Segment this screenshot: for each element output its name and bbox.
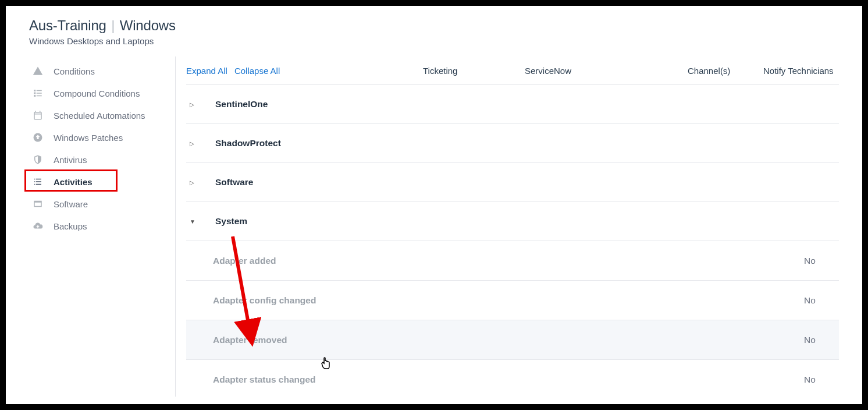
toolbar: Expand All Collapse All Ticketing Servic… (186, 56, 839, 84)
title-divider: | (106, 17, 120, 33)
patch-up-icon (31, 132, 44, 143)
section-system[interactable]: ▼ System (186, 202, 839, 241)
calendar-icon (31, 110, 44, 121)
window-icon (31, 199, 44, 209)
expand-all-link[interactable]: Expand All (186, 66, 227, 76)
sidebar-item-label: Antivirus (54, 155, 87, 165)
page-title: Aus-Training | Windows (29, 17, 839, 34)
cloud-up-icon (31, 221, 44, 231)
activity-adapter-status-changed[interactable]: Adapter status changed No (186, 359, 839, 397)
sidebar-item-label: Compound Conditions (54, 89, 140, 98)
col-channels: Channel(s) (688, 66, 763, 76)
sidebar-item-label: Software (54, 199, 88, 209)
sidebar-item-label: Activities (54, 177, 93, 187)
sidebar-item-backups[interactable]: Backups (29, 215, 163, 237)
collapse-all-link[interactable]: Collapse All (234, 66, 280, 76)
sidebar-item-conditions[interactable]: Conditions (29, 60, 163, 82)
sidebar: Conditions Compound Conditions Scheduled… (29, 56, 176, 397)
warning-triangle-icon (31, 66, 44, 76)
caret-right-icon: ▷ (190, 140, 215, 147)
section-name: System (215, 216, 247, 227)
sidebar-item-software[interactable]: Software (29, 193, 163, 215)
activity-notify-value: No (775, 295, 839, 306)
sidebar-item-label: Windows Patches (54, 133, 123, 143)
sidebar-item-compound-conditions[interactable]: Compound Conditions (29, 82, 163, 104)
section-shadowprotect[interactable]: ▷ ShadowProtect (186, 123, 839, 162)
activity-name: Adapter config changed (190, 295, 775, 306)
sidebar-item-label: Scheduled Automations (54, 111, 145, 121)
activity-adapter-added[interactable]: Adapter added No (186, 241, 839, 280)
app-frame: Aus-Training | Windows Windows Desktops … (6, 6, 862, 404)
activity-adapter-config-changed[interactable]: Adapter config changed No (186, 280, 839, 320)
activity-notify-value: No (775, 256, 839, 266)
caret-right-icon: ▷ (190, 179, 215, 186)
sidebar-item-activities[interactable]: Activities (29, 171, 163, 193)
section-name: SentinelOne (215, 99, 268, 109)
column-headers: Ticketing ServiceNow Channel(s) Notify T… (423, 66, 839, 76)
sidebar-item-antivirus[interactable]: Antivirus (29, 149, 163, 171)
caret-right-icon: ▷ (190, 101, 215, 108)
title-left: Aus-Training (29, 17, 106, 33)
page-subtitle: Windows Desktops and Laptops (29, 36, 839, 46)
section-software[interactable]: ▷ Software (186, 162, 839, 202)
section-sentinelone[interactable]: ▷ SentinelOne (186, 84, 839, 123)
activity-name: Adapter added (190, 256, 775, 266)
activity-notify-value: No (775, 335, 839, 345)
page-header: Aus-Training | Windows Windows Desktops … (29, 17, 839, 46)
shield-icon (31, 154, 44, 165)
sidebar-item-scheduled-automations[interactable]: Scheduled Automations (29, 104, 163, 126)
col-ticketing: Ticketing (423, 66, 525, 76)
section-name: Software (215, 177, 253, 188)
activities-list-icon (31, 176, 44, 187)
sidebar-item-windows-patches[interactable]: Windows Patches (29, 126, 163, 149)
col-notify: Notify Technicians (763, 66, 839, 76)
activity-notify-value: No (775, 374, 839, 385)
activity-adapter-removed[interactable]: Adapter removed No (186, 320, 839, 359)
caret-down-icon: ▼ (190, 218, 215, 225)
section-name: ShadowProtect (215, 138, 281, 149)
title-right: Windows (120, 17, 176, 33)
activity-name: Adapter removed (190, 335, 775, 345)
sidebar-item-label: Conditions (54, 66, 95, 76)
sidebar-item-label: Backups (54, 221, 87, 231)
compound-list-icon (31, 88, 44, 98)
col-servicenow: ServiceNow (525, 66, 688, 76)
main-panel: Expand All Collapse All Ticketing Servic… (176, 56, 839, 397)
activity-name: Adapter status changed (190, 374, 775, 385)
